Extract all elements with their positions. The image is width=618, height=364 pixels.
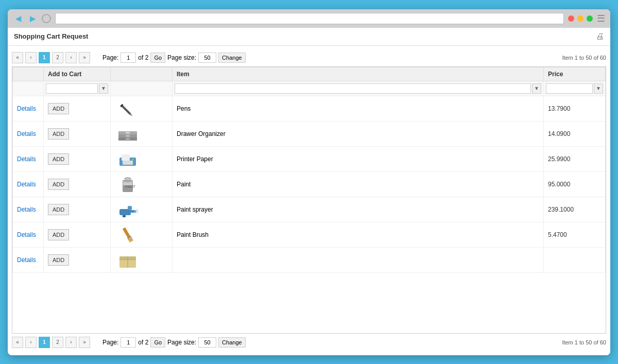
row-5-price: 239.1000 (548, 206, 574, 213)
row-5-add-cell: ADD (44, 197, 111, 222)
change-button-top[interactable]: Change (218, 53, 246, 63)
table-row: Details ADD (13, 146, 606, 171)
of-label-bottom: of 2 (138, 339, 148, 346)
maximize-button[interactable] (587, 15, 593, 22)
menu-button[interactable]: ☰ (597, 13, 605, 24)
row-2-image (115, 124, 141, 144)
row-5-add-button[interactable]: ADD (48, 204, 69, 215)
refresh-button[interactable] (42, 14, 51, 23)
browser-window: ◀ ▶ ☰ Shopping Cart Request 🖨 « ‹ 1 (8, 9, 610, 355)
go-button-bottom[interactable]: Go (150, 337, 165, 348)
row-2-details-link[interactable]: Details (17, 130, 36, 137)
table-row: Details ADD (13, 197, 606, 222)
row-3-add-button[interactable]: ADD (48, 153, 69, 165)
row-4-price: 95.0000 (548, 181, 570, 188)
row-3-image (115, 149, 141, 169)
page-2-bottom[interactable]: 2 (52, 337, 63, 348)
page-input-group-top: Page: of 2 Go Page size: Change (102, 53, 246, 63)
table-wrapper: Add to Cart Item Price (12, 66, 606, 334)
svg-rect-22 (123, 215, 126, 217)
of-label-top: of 2 (138, 54, 148, 61)
filter-add-cell: ▼ (44, 81, 111, 96)
last-page-top[interactable]: » (79, 52, 90, 63)
row-2-details-cell: Details (13, 121, 44, 146)
page-size-input-bottom[interactable] (198, 337, 216, 348)
row-6-details-link[interactable]: Details (17, 231, 36, 238)
last-page-bottom[interactable]: » (79, 337, 90, 348)
filter-item-button[interactable]: ▼ (532, 83, 541, 94)
table-row: Details ADD (13, 247, 606, 272)
row-7-image (115, 250, 141, 270)
svg-rect-11 (122, 154, 130, 161)
row-5-price-cell: 239.1000 (544, 197, 606, 222)
row-2-img-cell (111, 121, 173, 146)
prev-page-top[interactable]: ‹ (25, 52, 37, 63)
row-1-price-cell: 13.7900 (544, 96, 606, 121)
row-3-details-link[interactable]: Details (17, 155, 36, 163)
svg-text:PAINT: PAINT (125, 185, 136, 188)
row-5-image (115, 199, 141, 220)
row-4-details-cell: Details (13, 171, 44, 197)
forward-button[interactable]: ▶ (27, 13, 38, 24)
row-2-item-name: Drawer Organizer (177, 130, 226, 137)
page-2-top[interactable]: 2 (52, 52, 63, 63)
filter-item-input[interactable] (175, 83, 531, 94)
address-bar[interactable] (55, 13, 564, 24)
prev-page-bottom[interactable]: ‹ (25, 337, 37, 348)
row-7-price-cell (544, 247, 606, 272)
page-size-input-top[interactable] (198, 53, 216, 63)
row-4-add-button[interactable]: ADD (48, 179, 69, 190)
first-page-bottom[interactable]: « (12, 337, 23, 348)
row-7-details-link[interactable]: Details (17, 256, 36, 264)
row-7-img-cell (111, 247, 173, 272)
row-6-price: 5.4700 (548, 231, 567, 238)
page-1-top[interactable]: 1 (39, 52, 50, 63)
row-3-item-cell: Printer Paper (173, 146, 544, 171)
first-page-top[interactable]: « (12, 52, 23, 63)
row-1-price: 13.7900 (548, 105, 570, 112)
minimize-button[interactable] (577, 15, 583, 22)
row-6-add-button[interactable]: ADD (48, 229, 69, 240)
row-6-image (115, 224, 141, 245)
page-number-input-top[interactable] (121, 53, 136, 63)
browser-titlebar: ◀ ▶ ☰ (8, 9, 610, 28)
print-icon[interactable]: 🖨 (596, 32, 604, 41)
row-1-add-button[interactable]: ADD (48, 103, 69, 114)
row-4-details-link[interactable]: Details (17, 181, 36, 188)
table-row: Details ADD (13, 222, 606, 247)
filter-price-input[interactable] (546, 83, 593, 94)
row-2-price: 14.0900 (548, 130, 570, 137)
next-page-bottom[interactable]: › (65, 337, 77, 348)
row-1-img-cell (111, 96, 173, 121)
row-1-details-link[interactable]: Details (17, 105, 36, 112)
svg-point-16 (123, 179, 133, 182)
filter-actions-cell (13, 81, 44, 96)
page-number-input-bottom[interactable] (121, 337, 136, 348)
table-row: Details ADD (13, 171, 606, 197)
filter-price-button[interactable]: ▼ (594, 83, 603, 94)
page-input-group-bottom: Page: of 2 Go Page size: Change (102, 337, 246, 348)
row-4-price-cell: 95.0000 (544, 171, 606, 197)
col-header-price: Price (544, 67, 606, 81)
table-scroll[interactable]: Add to Cart Item Price (12, 67, 606, 293)
pagination-top: « ‹ 1 2 › » Page: of 2 Go Page size: Cha… (12, 50, 606, 66)
table-container: « ‹ 1 2 › » Page: of 2 Go Page size: Cha… (8, 46, 610, 355)
back-button[interactable]: ◀ (13, 13, 23, 24)
row-5-details-cell: Details (13, 197, 44, 222)
row-5-details-link[interactable]: Details (17, 206, 36, 213)
close-button[interactable] (568, 15, 574, 22)
change-button-bottom[interactable]: Change (218, 337, 246, 348)
page-1-bottom[interactable]: 1 (39, 337, 50, 348)
svg-rect-8 (126, 135, 130, 137)
row-3-price-cell: 25.9900 (544, 146, 606, 171)
row-7-add-cell: ADD (44, 247, 111, 272)
page-size-label-bottom: Page size: (167, 339, 196, 346)
filter-add-button[interactable]: ▼ (99, 83, 108, 94)
page-container: Shopping Cart Request 🖨 « ‹ 1 2 › » Page… (8, 28, 610, 355)
go-button-top[interactable]: Go (150, 53, 165, 63)
row-4-image: PAINT (115, 174, 141, 195)
row-7-add-button[interactable]: ADD (48, 254, 69, 266)
row-2-add-button[interactable]: ADD (48, 128, 69, 140)
next-page-top[interactable]: › (65, 52, 77, 63)
filter-add-input[interactable] (46, 83, 98, 94)
